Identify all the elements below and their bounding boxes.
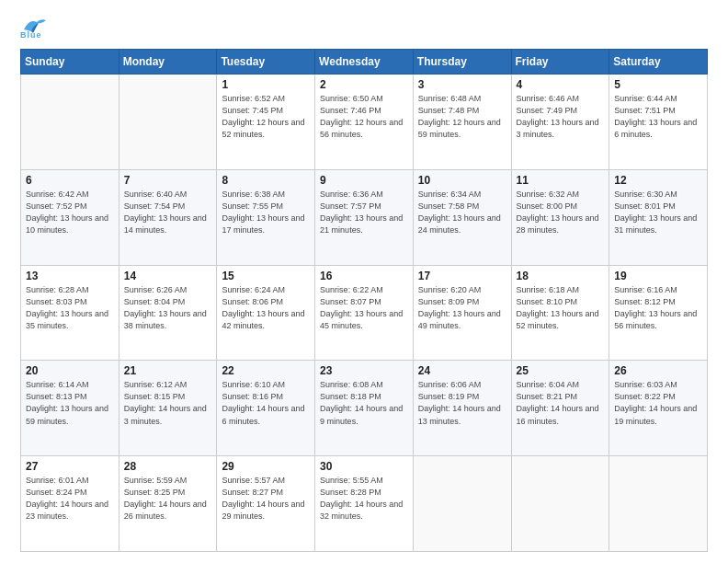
calendar-table: Sunday Monday Tuesday Wednesday Thursday… [20, 49, 708, 552]
day-number: 11 [517, 174, 605, 187]
day-info: Sunrise: 6:03 AM Sunset: 8:22 PM Dayligh… [614, 379, 702, 427]
table-row: 25Sunrise: 6:04 AM Sunset: 8:21 PM Dayli… [511, 361, 609, 456]
table-row: 16Sunrise: 6:22 AM Sunset: 8:07 PM Dayli… [315, 265, 414, 361]
table-row: 28Sunrise: 5:59 AM Sunset: 8:25 PM Dayli… [119, 456, 217, 552]
day-number: 26 [614, 364, 702, 377]
table-row: 20Sunrise: 6:14 AM Sunset: 8:13 PM Dayli… [21, 361, 119, 456]
day-info: Sunrise: 6:14 AM Sunset: 8:13 PM Dayligh… [26, 379, 114, 427]
day-number: 30 [320, 460, 408, 473]
col-thursday: Thursday [413, 50, 511, 75]
day-info: Sunrise: 5:55 AM Sunset: 8:28 PM Dayligh… [320, 475, 408, 523]
table-row: 7Sunrise: 6:40 AM Sunset: 7:54 PM Daylig… [119, 169, 217, 265]
day-number: 23 [320, 364, 408, 377]
table-row: 22Sunrise: 6:10 AM Sunset: 8:16 PM Dayli… [217, 361, 315, 456]
day-number: 8 [222, 174, 310, 187]
table-row: 27Sunrise: 6:01 AM Sunset: 8:24 PM Dayli… [21, 456, 119, 552]
day-number: 22 [222, 364, 310, 377]
calendar-header-row: Sunday Monday Tuesday Wednesday Thursday… [21, 50, 708, 75]
day-info: Sunrise: 6:12 AM Sunset: 8:15 PM Dayligh… [124, 379, 212, 427]
table-row: 1Sunrise: 6:52 AM Sunset: 7:45 PM Daylig… [217, 75, 315, 170]
day-number: 28 [124, 460, 212, 473]
col-friday: Friday [511, 50, 609, 75]
page: Blue Sunday Monday Tuesday Wednesday Thu… [0, 0, 728, 563]
calendar-week-row: 6Sunrise: 6:42 AM Sunset: 7:52 PM Daylig… [21, 169, 708, 265]
table-row: 21Sunrise: 6:12 AM Sunset: 8:15 PM Dayli… [119, 361, 217, 456]
table-row: 3Sunrise: 6:48 AM Sunset: 7:48 PM Daylig… [413, 75, 511, 170]
day-info: Sunrise: 6:44 AM Sunset: 7:51 PM Dayligh… [614, 93, 702, 141]
day-info: Sunrise: 6:30 AM Sunset: 8:01 PM Dayligh… [614, 189, 702, 236]
calendar-week-row: 27Sunrise: 6:01 AM Sunset: 8:24 PM Dayli… [21, 456, 708, 552]
col-wednesday: Wednesday [315, 50, 414, 75]
day-number: 6 [26, 174, 114, 187]
day-number: 27 [26, 460, 114, 473]
table-row: 11Sunrise: 6:32 AM Sunset: 8:00 PM Dayli… [511, 169, 609, 265]
day-number: 16 [320, 270, 408, 282]
calendar-week-row: 1Sunrise: 6:52 AM Sunset: 7:45 PM Daylig… [21, 75, 708, 170]
table-row: 13Sunrise: 6:28 AM Sunset: 8:03 PM Dayli… [21, 265, 119, 361]
day-number: 19 [614, 270, 702, 282]
day-number: 4 [517, 78, 605, 91]
day-info: Sunrise: 6:20 AM Sunset: 8:09 PM Dayligh… [418, 284, 506, 332]
day-number: 1 [222, 78, 310, 91]
logo: Blue [20, 17, 47, 40]
table-row [21, 75, 119, 170]
day-info: Sunrise: 6:38 AM Sunset: 7:55 PM Dayligh… [222, 189, 310, 236]
table-row: 2Sunrise: 6:50 AM Sunset: 7:46 PM Daylig… [315, 75, 414, 170]
day-number: 3 [418, 78, 506, 91]
table-row: 4Sunrise: 6:46 AM Sunset: 7:49 PM Daylig… [511, 75, 609, 170]
logo-tagline: Blue [20, 30, 42, 40]
day-number: 17 [418, 270, 506, 282]
day-info: Sunrise: 6:10 AM Sunset: 8:16 PM Dayligh… [222, 379, 310, 427]
day-info: Sunrise: 6:36 AM Sunset: 7:57 PM Dayligh… [320, 189, 408, 236]
day-number: 25 [517, 364, 605, 377]
day-number: 20 [26, 364, 114, 377]
table-row: 14Sunrise: 6:26 AM Sunset: 8:04 PM Dayli… [119, 265, 217, 361]
table-row: 19Sunrise: 6:16 AM Sunset: 8:12 PM Dayli… [609, 265, 708, 361]
day-number: 5 [614, 78, 702, 91]
day-info: Sunrise: 6:46 AM Sunset: 7:49 PM Dayligh… [517, 93, 605, 141]
day-number: 15 [222, 270, 310, 282]
col-monday: Monday [119, 50, 217, 75]
day-number: 10 [418, 174, 506, 187]
day-number: 9 [320, 174, 408, 187]
calendar-week-row: 20Sunrise: 6:14 AM Sunset: 8:13 PM Dayli… [21, 361, 708, 456]
table-row: 15Sunrise: 6:24 AM Sunset: 8:06 PM Dayli… [217, 265, 315, 361]
day-number: 7 [124, 174, 212, 187]
table-row [609, 456, 708, 552]
day-info: Sunrise: 6:06 AM Sunset: 8:19 PM Dayligh… [418, 379, 506, 427]
col-tuesday: Tuesday [217, 50, 315, 75]
day-info: Sunrise: 6:24 AM Sunset: 8:06 PM Dayligh… [222, 284, 310, 332]
day-info: Sunrise: 5:57 AM Sunset: 8:27 PM Dayligh… [222, 475, 310, 523]
day-number: 18 [517, 270, 605, 282]
table-row: 24Sunrise: 6:06 AM Sunset: 8:19 PM Dayli… [413, 361, 511, 456]
header: Blue [20, 17, 708, 40]
table-row: 9Sunrise: 6:36 AM Sunset: 7:57 PM Daylig… [315, 169, 414, 265]
day-info: Sunrise: 6:01 AM Sunset: 8:24 PM Dayligh… [26, 475, 114, 523]
day-info: Sunrise: 6:52 AM Sunset: 7:45 PM Dayligh… [222, 93, 310, 141]
col-sunday: Sunday [21, 50, 119, 75]
day-info: Sunrise: 6:26 AM Sunset: 8:04 PM Dayligh… [124, 284, 212, 332]
day-info: Sunrise: 6:34 AM Sunset: 7:58 PM Dayligh… [418, 189, 506, 236]
day-info: Sunrise: 6:40 AM Sunset: 7:54 PM Dayligh… [124, 189, 212, 236]
day-info: Sunrise: 6:28 AM Sunset: 8:03 PM Dayligh… [26, 284, 114, 332]
day-number: 24 [418, 364, 506, 377]
table-row: 10Sunrise: 6:34 AM Sunset: 7:58 PM Dayli… [413, 169, 511, 265]
table-row: 5Sunrise: 6:44 AM Sunset: 7:51 PM Daylig… [609, 75, 708, 170]
day-number: 14 [124, 270, 212, 282]
table-row: 29Sunrise: 5:57 AM Sunset: 8:27 PM Dayli… [217, 456, 315, 552]
table-row: 17Sunrise: 6:20 AM Sunset: 8:09 PM Dayli… [413, 265, 511, 361]
day-info: Sunrise: 6:48 AM Sunset: 7:48 PM Dayligh… [418, 93, 506, 141]
col-saturday: Saturday [609, 50, 708, 75]
day-info: Sunrise: 6:08 AM Sunset: 8:18 PM Dayligh… [320, 379, 408, 427]
day-number: 2 [320, 78, 408, 91]
day-info: Sunrise: 6:50 AM Sunset: 7:46 PM Dayligh… [320, 93, 408, 141]
table-row: 30Sunrise: 5:55 AM Sunset: 8:28 PM Dayli… [315, 456, 414, 552]
day-info: Sunrise: 5:59 AM Sunset: 8:25 PM Dayligh… [124, 475, 212, 523]
day-info: Sunrise: 6:42 AM Sunset: 7:52 PM Dayligh… [26, 189, 114, 236]
calendar-week-row: 13Sunrise: 6:28 AM Sunset: 8:03 PM Dayli… [21, 265, 708, 361]
day-info: Sunrise: 6:18 AM Sunset: 8:10 PM Dayligh… [517, 284, 605, 332]
day-number: 13 [26, 270, 114, 282]
table-row: 18Sunrise: 6:18 AM Sunset: 8:10 PM Dayli… [511, 265, 609, 361]
table-row: 8Sunrise: 6:38 AM Sunset: 7:55 PM Daylig… [217, 169, 315, 265]
day-info: Sunrise: 6:22 AM Sunset: 8:07 PM Dayligh… [320, 284, 408, 332]
